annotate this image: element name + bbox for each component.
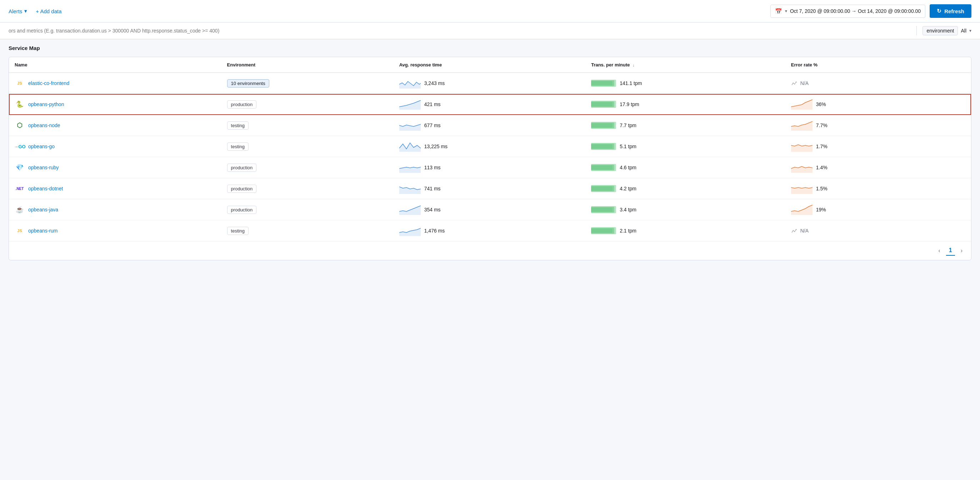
error-sparkline bbox=[791, 141, 813, 152]
error-rate-cell: N/A bbox=[785, 220, 971, 242]
tpm-value: 4.2 tpm bbox=[620, 186, 641, 191]
tpm-bar bbox=[591, 205, 616, 215]
avg-response-cell: 677 ms bbox=[394, 115, 585, 136]
table-row[interactable]: ☕ opbeans-java production 354 ms 3.4 tpm bbox=[9, 199, 971, 220]
services-table-container: Name Environment Avg. response time Tran… bbox=[9, 57, 971, 261]
date-range-picker[interactable]: 📅 ▾ Oct 7, 2020 @ 09:00:00.00 → Oct 14, … bbox=[770, 5, 925, 18]
service-link[interactable]: opbeans-python bbox=[28, 102, 64, 107]
environment-cell: production bbox=[221, 157, 394, 178]
env-chevron-icon: ▾ bbox=[969, 28, 971, 33]
avg-response-value: 741 ms bbox=[424, 186, 446, 191]
calendar-icon: 📅 bbox=[775, 8, 782, 14]
tpm-bar bbox=[591, 226, 616, 236]
table-row[interactable]: 💎 opbeans-ruby production 113 ms 4.6 tpm bbox=[9, 157, 971, 178]
environment-value: All bbox=[961, 28, 966, 33]
svg-marker-18 bbox=[791, 145, 813, 152]
avg-response-cell: 354 ms bbox=[394, 199, 585, 220]
avg-response-cell: 3,243 ms bbox=[394, 73, 585, 94]
service-name-cell: 💎 opbeans-ruby bbox=[9, 157, 221, 178]
pagination-next[interactable]: › bbox=[958, 246, 966, 255]
calendar-chevron-icon: ▾ bbox=[785, 9, 787, 14]
avg-response-cell: 1,476 ms bbox=[394, 220, 585, 242]
service-link[interactable]: opbeans-java bbox=[28, 207, 58, 213]
tpm-cell: 2.1 tpm bbox=[585, 220, 785, 242]
tpm-value: 2.1 tpm bbox=[620, 228, 641, 234]
col-header-tpm: Trans. per minute ↓ bbox=[585, 57, 785, 73]
pagination: ‹ 1 › bbox=[9, 241, 971, 260]
tpm-bar bbox=[591, 99, 616, 109]
environment-cell: testing bbox=[221, 220, 394, 242]
tpm-value: 5.1 tpm bbox=[620, 143, 641, 149]
env-badge: production bbox=[227, 100, 257, 108]
service-link[interactable]: opbeans-dotnet bbox=[28, 186, 63, 191]
avg-response-cell: 13,225 ms bbox=[394, 136, 585, 157]
service-name-cell: .NET opbeans-dotnet bbox=[9, 178, 221, 199]
service-link[interactable]: opbeans-node bbox=[28, 122, 60, 128]
table-row[interactable]: 🐍 opbeans-python production 421 ms 17.9 … bbox=[9, 94, 971, 115]
service-link[interactable]: opbeans-ruby bbox=[28, 165, 59, 170]
error-sparkline bbox=[791, 99, 813, 110]
error-rate-na: N/A bbox=[800, 80, 808, 86]
avg-response-cell: 421 ms bbox=[394, 94, 585, 115]
tpm-bar bbox=[591, 120, 616, 130]
service-name-cell: JS elastic-co-frontend bbox=[9, 73, 221, 94]
avg-response-value: 421 ms bbox=[424, 102, 446, 107]
table-row[interactable]: JS opbeans-rum testing 1,476 ms 2.1 tpm bbox=[9, 220, 971, 242]
error-rate-cell: 1.4% bbox=[785, 157, 971, 178]
svg-rect-22 bbox=[591, 165, 612, 170]
tpm-value: 141.1 tpm bbox=[620, 80, 642, 86]
avg-response-cell: 741 ms bbox=[394, 178, 585, 199]
col-header-avg-response: Avg. response time bbox=[394, 57, 585, 73]
environment-cell: testing bbox=[221, 115, 394, 136]
service-link[interactable]: opbeans-rum bbox=[28, 228, 58, 234]
error-rate-value: 7.7% bbox=[816, 122, 837, 128]
service-icon: 🐍 bbox=[14, 99, 25, 109]
services-table: Name Environment Avg. response time Tran… bbox=[9, 57, 971, 241]
tpm-value: 4.6 tpm bbox=[620, 165, 641, 170]
service-icon: .NET bbox=[14, 184, 25, 194]
add-data-button[interactable]: + Add data bbox=[36, 8, 61, 14]
service-icon: ☕ bbox=[14, 205, 25, 215]
tpm-bar bbox=[591, 184, 616, 194]
top-bar: Alerts ▾ + Add data 📅 ▾ Oct 7, 2020 @ 09… bbox=[0, 0, 980, 22]
error-rate-value: 36% bbox=[816, 102, 837, 107]
avg-response-value: 354 ms bbox=[424, 207, 446, 213]
table-row[interactable]: ⬡ opbeans-node testing 677 ms 7.7 tpm bbox=[9, 115, 971, 136]
alerts-button[interactable]: Alerts ▾ bbox=[9, 8, 27, 14]
table-row[interactable]: .NET opbeans-dotnet production 741 ms 4.… bbox=[9, 178, 971, 199]
service-link[interactable]: opbeans-go bbox=[28, 143, 55, 149]
pagination-page-1[interactable]: 1 bbox=[946, 246, 955, 256]
error-rate-value: 19% bbox=[816, 207, 837, 213]
service-icon: JS bbox=[14, 226, 25, 236]
table-row[interactable]: JS elastic-co-frontend 10 environments 3… bbox=[9, 73, 971, 94]
col-header-environment: Environment bbox=[221, 57, 394, 73]
refresh-label: Refresh bbox=[944, 8, 964, 14]
tpm-cell: 7.7 tpm bbox=[585, 115, 785, 136]
table-row[interactable]: →GO opbeans-go testing 13,225 ms 5.1 tpm bbox=[9, 136, 971, 157]
environment-filter: environment All ▾ bbox=[916, 26, 971, 35]
filter-input[interactable] bbox=[9, 28, 911, 33]
top-bar-right: 📅 ▾ Oct 7, 2020 @ 09:00:00.00 → Oct 14, … bbox=[770, 4, 971, 18]
tpm-cell: 3.4 tpm bbox=[585, 199, 785, 220]
refresh-button[interactable]: ↻ Refresh bbox=[930, 4, 971, 18]
environment-cell: production bbox=[221, 178, 394, 199]
avg-response-value: 3,243 ms bbox=[424, 80, 446, 86]
service-name-cell: JS opbeans-rum bbox=[9, 220, 221, 242]
svg-rect-7 bbox=[591, 102, 612, 106]
error-rate-cell: 7.7% bbox=[785, 115, 971, 136]
service-name-cell: →GO opbeans-go bbox=[9, 136, 221, 157]
col-header-error-rate: Error rate % bbox=[785, 57, 971, 73]
tpm-cell: 4.2 tpm bbox=[585, 178, 785, 199]
error-sparkline bbox=[791, 120, 813, 131]
service-icon: ⬡ bbox=[14, 120, 25, 130]
pagination-prev[interactable]: ‹ bbox=[935, 246, 943, 255]
tpm-bar bbox=[591, 78, 616, 88]
service-link[interactable]: elastic-co-frontend bbox=[28, 80, 69, 86]
tpm-cell: 141.1 tpm bbox=[585, 73, 785, 94]
error-rate-cell: 36% bbox=[785, 94, 971, 115]
response-sparkline bbox=[399, 226, 421, 236]
chevron-down-icon: ▾ bbox=[24, 8, 27, 14]
environment-cell: testing bbox=[221, 136, 394, 157]
avg-response-value: 677 ms bbox=[424, 122, 446, 128]
main-content: Name Environment Avg. response time Tran… bbox=[0, 54, 980, 269]
